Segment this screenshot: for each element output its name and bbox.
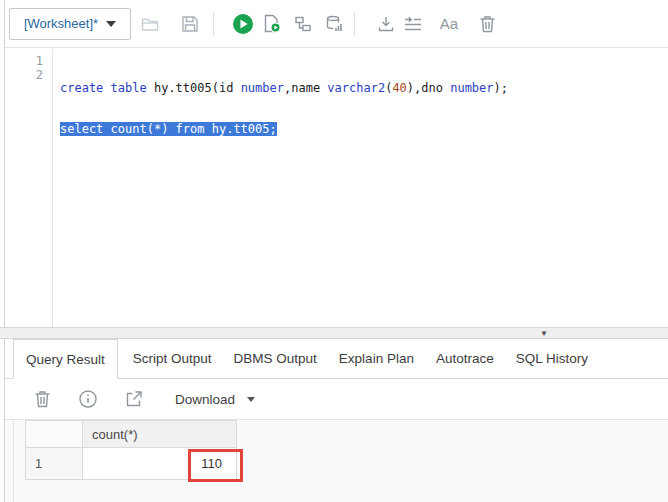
download-editor-icon[interactable] [375, 13, 397, 35]
tab-query-result[interactable]: Query Result [13, 339, 118, 379]
line-number-gutter: 1 2 [5, 49, 53, 327]
code-line-2: select count(*) from hy.tt005; [60, 123, 508, 137]
toolbar-separator [213, 11, 214, 37]
save-icon[interactable] [179, 13, 201, 35]
font-size-icon[interactable]: Aa [436, 13, 462, 35]
worksheet-label: [Worksheet]* [24, 16, 98, 31]
run-script-icon[interactable] [260, 13, 282, 35]
format-icon[interactable] [402, 13, 424, 35]
editor-toolbar: [Worksheet]* [5, 0, 668, 48]
collapse-panel-icon[interactable]: ▼ [540, 329, 548, 338]
code-area: create table hy.tt005(id number,name var… [53, 49, 508, 327]
annotation-highlight-box [188, 449, 243, 482]
grid-corner-cell[interactable] [25, 420, 83, 448]
download-result-button[interactable]: Download [175, 392, 255, 407]
result-panel: Query Result Script Output DBMS Output E… [5, 339, 668, 502]
selected-text: select count(*) from hy.tt005; [60, 122, 277, 136]
clear-icon[interactable] [476, 13, 498, 35]
panel-splitter[interactable]: ▼ [0, 327, 668, 339]
toolbar-separator [354, 11, 355, 37]
line-number: 1 [5, 55, 52, 69]
font-size-label: Aa [440, 15, 458, 32]
result-tab-bar: Query Result Script Output DBMS Output E… [5, 339, 668, 379]
grid-area-border [13, 420, 14, 502]
explain-plan-icon[interactable] [292, 13, 314, 35]
row-number-cell[interactable]: 1 [25, 448, 83, 480]
result-toolbar: Download [5, 379, 668, 420]
autotrace-icon[interactable] [323, 13, 345, 35]
tab-explain-plan[interactable]: Explain Plan [328, 339, 425, 378]
open-folder-icon[interactable] [139, 13, 161, 35]
open-in-new-icon[interactable] [123, 388, 145, 410]
line-number: 2 [5, 69, 52, 83]
sql-worksheet-app: [Worksheet]* [0, 0, 668, 502]
info-icon[interactable] [77, 388, 99, 410]
run-statement-icon[interactable] [232, 13, 254, 35]
grid-header-row: count(*) [25, 420, 237, 448]
tab-autotrace[interactable]: Autotrace [425, 339, 505, 378]
tab-script-output[interactable]: Script Output [122, 339, 223, 378]
sql-code-editor[interactable]: 1 2 create table hy.tt005(id number,name… [5, 49, 668, 327]
download-caret-icon [247, 397, 255, 402]
tab-sql-history[interactable]: SQL History [505, 339, 599, 378]
column-header-count[interactable]: count(*) [83, 420, 237, 448]
delete-result-icon[interactable] [31, 388, 53, 410]
tab-dbms-output[interactable]: DBMS Output [223, 339, 328, 378]
chevron-down-icon [106, 21, 116, 27]
code-line-1: create table hy.tt005(id number,name var… [60, 82, 508, 96]
worksheet-selector[interactable]: [Worksheet]* [9, 8, 131, 40]
download-label: Download [175, 392, 235, 407]
result-grid-area: count(*) 1 110 [5, 420, 668, 502]
